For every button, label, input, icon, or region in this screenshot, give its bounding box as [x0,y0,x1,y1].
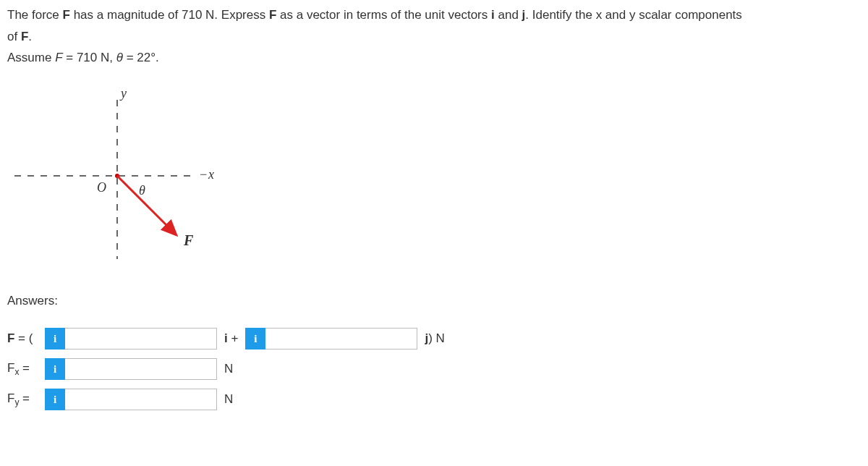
F-symbol: F [21,30,28,43]
F-label: F [183,232,194,248]
Fy-unit: N [224,390,233,409]
F-i-component-input[interactable] [65,328,217,350]
y-label: y [119,86,127,101]
neg-x-label: − [199,167,208,182]
j-unit-text: j) N [425,329,444,348]
answer-Fx-row: Fx = i N [7,357,861,381]
text: = 22°. [123,51,159,64]
Fy-input[interactable] [65,389,217,410]
answer-Fy-row: Fy = i N [7,388,861,411]
O-label: O [97,180,106,195]
theta-var: θ [116,51,123,64]
Fx-unit: N [224,360,233,378]
theta-label: θ [139,183,145,198]
text: = 710 N, [63,51,116,64]
text: as a vector in terms of the unit vectors [276,8,491,22]
answer-F-vector-row: F = ( i i + i j) N [7,327,861,350]
force-diagram: − x y O θ F [7,82,217,270]
F-var: F [55,51,62,64]
Fy-label: Fy = [7,389,45,409]
x-label: x [208,167,214,182]
text: . Identify the x and y scalar components [525,8,742,22]
F-vector-label: F = ( [7,329,45,348]
answers-heading: Answers: [7,292,861,310]
info-icon[interactable]: i [45,328,65,350]
Fx-label: Fx = [7,359,45,378]
Fx-input[interactable] [65,358,217,380]
text: and [495,8,522,22]
F-symbol: F [63,8,70,22]
info-icon[interactable]: i [45,358,65,380]
text: The force [7,8,63,22]
problem-line2: of F. [7,27,861,46]
F-j-component-input[interactable] [265,328,417,350]
problem-statement: The force F has a magnitude of 710 N. Ex… [7,6,861,25]
text: . [28,30,32,43]
info-icon[interactable]: i [45,389,65,410]
svg-line-4 [117,176,175,234]
F-symbol: F [269,8,276,22]
text: Assume [7,51,55,64]
text: has a magnitude of 710 N. Express [70,8,269,22]
info-icon[interactable]: i [245,328,265,350]
problem-assumption: Assume F = 710 N, θ = 22°. [7,48,861,67]
text: of [7,30,21,43]
i-plus-text: i + [224,329,238,348]
